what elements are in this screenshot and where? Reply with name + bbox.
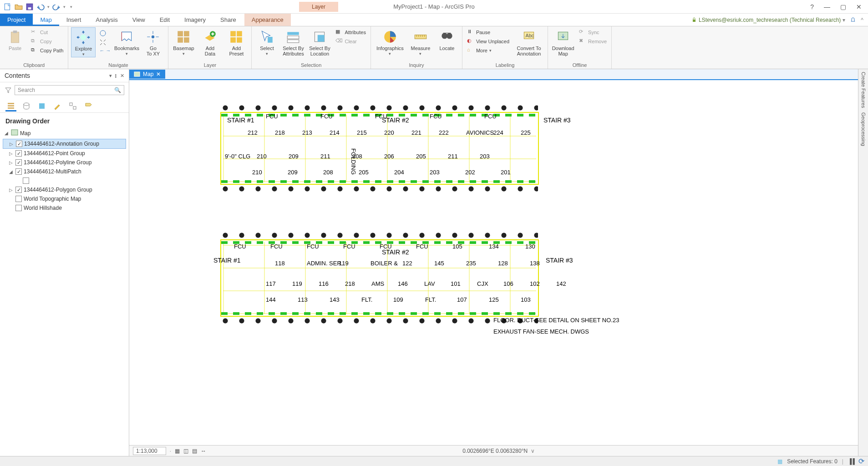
view-data-source[interactable] [21, 101, 32, 111]
pause-button[interactable]: ⏸Pause [465, 28, 511, 36]
status-bar: ▦ Selected Features: 0 | ▐▐ ⟳ [0, 456, 868, 466]
tab-map[interactable]: Map [33, 14, 59, 26]
select-button[interactable]: Select▾ [254, 27, 279, 56]
layer-node[interactable]: ▷✓1344464612-Point Group [3, 149, 126, 158]
new-project-icon[interactable] [4, 3, 12, 11]
pane-pin-icon[interactable]: ⫿ [115, 73, 117, 78]
view-labeling[interactable] [83, 101, 94, 111]
tab-analysis[interactable]: Analysis [88, 14, 125, 26]
layer-checkbox[interactable]: ✓ [15, 168, 22, 175]
mapbar-btn3[interactable]: ▤ [192, 448, 197, 454]
close-icon[interactable]: ✕ [856, 3, 862, 10]
open-project-icon[interactable] [15, 3, 23, 11]
layer-node[interactable]: World Topographic Map [3, 194, 126, 203]
basemap-button[interactable]: Basemap▾ [171, 27, 196, 56]
status-pause-icon[interactable]: ▐▐ [848, 458, 854, 465]
layer-checkbox[interactable] [15, 205, 22, 211]
layer-checkbox[interactable]: ✓ [16, 141, 22, 147]
search-input[interactable]: Search 🔍 [15, 85, 124, 95]
gotoxy-button[interactable]: Go To XY [141, 27, 165, 56]
mapbar-btn2[interactable]: ◫ [183, 448, 188, 454]
view-snapping[interactable] [67, 101, 78, 111]
view-unplaced-button[interactable]: ◐View Unplaced [465, 37, 511, 46]
copy-path-button[interactable]: ⧉Copy Path [29, 46, 65, 55]
select-by-attributes-button[interactable]: Select By Attributes [281, 27, 305, 56]
layer-node[interactable]: ▷✓1344464612-Annotation Group [3, 139, 126, 149]
bookmarks-button[interactable]: Bookmarks▾ [114, 27, 139, 56]
layer-checkbox[interactable]: ✓ [15, 150, 22, 157]
room-label: FCU [307, 243, 319, 250]
tab-edit[interactable]: Edit [152, 14, 177, 26]
zoom-fixed-button[interactable] [97, 38, 112, 46]
filter-icon[interactable] [5, 86, 12, 94]
svg-rect-21 [288, 40, 299, 42]
mapbar-btn4[interactable]: ↔ [201, 448, 206, 454]
layer-node[interactable]: ▷✓1344464612-Polygon Group [3, 185, 126, 194]
locate-button[interactable]: Locate [435, 27, 459, 51]
layer-node[interactable]: ▷✓1344464612-Polyline Group [3, 158, 126, 167]
help-icon[interactable]: ? [810, 3, 814, 10]
layer-checkbox[interactable] [15, 196, 22, 202]
dock-create-features[interactable]: Create Features [861, 72, 866, 108]
select-by-location-button[interactable]: Select By Location [307, 27, 332, 56]
layer-checkbox[interactable]: ✓ [15, 159, 22, 166]
view-editing[interactable] [52, 101, 63, 111]
cut-button[interactable]: ✂Cut [29, 28, 65, 36]
sync-button[interactable]: ⟳Sync [577, 28, 609, 36]
view-drawing-order[interactable] [5, 101, 16, 111]
layer-node[interactable]: ◢✓1344464612-MultiPatch [3, 167, 126, 176]
view-selection[interactable] [36, 101, 47, 111]
room-label: 206 [384, 153, 394, 160]
coords-dropdown-icon[interactable]: ∨ [531, 448, 535, 454]
add-preset-button[interactable]: Add Preset [224, 27, 249, 56]
dock-geoprocessing[interactable]: Geoprocessing [861, 112, 866, 146]
tab-imagery[interactable]: Imagery [177, 14, 213, 26]
maximize-icon[interactable]: ▢ [840, 3, 846, 10]
tab-appearance[interactable]: Appearance [244, 14, 291, 26]
copy-button[interactable]: ⧉Copy [29, 37, 65, 46]
view-unplaced-icon: ◐ [467, 38, 474, 45]
attributes-button[interactable]: ▦Attributes [334, 28, 367, 36]
signed-in-user[interactable]: LStevens@esriuk.com_techresearch (Techni… [687, 14, 868, 26]
tab-view[interactable]: View [125, 14, 152, 26]
map-node[interactable]: ◢ Map [3, 127, 126, 139]
map-tab[interactable]: Map ✕ [129, 70, 165, 79]
map-canvas[interactable]: STAIR #1 STAIR #2 STAIR #3 FCUFCUFCUFCUF… [129, 80, 868, 445]
layer-checkbox[interactable]: ✓ [15, 187, 22, 193]
tab-share[interactable]: Share [213, 14, 244, 26]
layer-node[interactable]: World Hillshade [3, 203, 126, 213]
pane-menu-icon[interactable]: ▾ [109, 73, 112, 79]
notifications-icon[interactable] [850, 17, 856, 23]
explore-button[interactable]: Explore▾ [71, 27, 96, 57]
undo-dropdown-icon[interactable]: ▾ [47, 5, 50, 9]
mapbar-btn1[interactable]: ▦ [175, 448, 180, 454]
clear-button[interactable]: ⌫Clear [334, 37, 367, 46]
map-tab-close-icon[interactable]: ✕ [156, 71, 161, 77]
infographics-button[interactable]: Infographics▾ [374, 27, 406, 56]
remove-button[interactable]: ✖Remove [577, 37, 609, 46]
save-icon[interactable] [25, 3, 34, 11]
convert-annotation-button[interactable]: AbcConvert To Annotation [513, 27, 545, 56]
scale-input[interactable]: 1:13,000 [133, 447, 166, 455]
layer-label: 1344464612-Annotation Group [24, 141, 99, 147]
redo-dropdown-icon[interactable]: ▾ [63, 5, 66, 9]
redo-icon[interactable] [52, 3, 61, 11]
collapse-ribbon-icon[interactable]: ^ [861, 17, 863, 23]
zoom-fixed-icon [99, 39, 107, 46]
search-icon[interactable]: 🔍 [114, 87, 121, 93]
more-labeling-button[interactable]: ⌂More ▾ [465, 46, 511, 55]
qat-customize-icon[interactable]: ▾ [70, 5, 72, 9]
minimize-icon[interactable]: — [824, 3, 830, 10]
add-data-button[interactable]: Add Data [198, 27, 222, 56]
prev-next-extent[interactable]: ← → [97, 47, 112, 54]
pane-close-icon[interactable]: ✕ [120, 73, 124, 79]
download-map-button[interactable]: Download Map [551, 27, 575, 56]
full-extent-icon [99, 30, 107, 37]
tab-insert[interactable]: Insert [59, 14, 89, 26]
tab-project[interactable]: Project [0, 14, 33, 26]
paste-button[interactable]: Paste [3, 27, 27, 51]
undo-icon[interactable] [36, 3, 45, 11]
full-extent-button[interactable] [97, 29, 112, 37]
measure-button[interactable]: Measure▾ [408, 27, 433, 56]
status-refresh-icon[interactable]: ⟳ [858, 457, 864, 466]
